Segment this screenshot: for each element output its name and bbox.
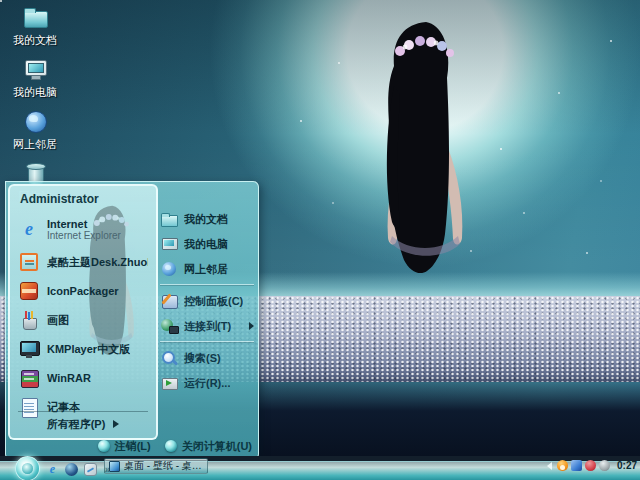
- menu-item-my-computer[interactable]: 我的电脑: [158, 231, 256, 256]
- menu-item-label: Internet: [47, 218, 87, 230]
- network-places-icon: [160, 260, 178, 278]
- menu-item-label: 控制面板(C): [184, 295, 243, 307]
- all-programs-arrow-icon: [113, 420, 119, 428]
- desktop-icon-label: 我的电脑: [13, 85, 57, 100]
- menu-item-label: IconPackager: [47, 285, 119, 297]
- sparkles: [0, 0, 2, 2]
- menu-item-label: KMPlayer中文版: [47, 343, 130, 355]
- search-icon: [160, 349, 178, 367]
- zhuoku-theme-icon: [18, 251, 40, 273]
- start-button[interactable]: [15, 456, 40, 480]
- shut-down-icon: [165, 440, 177, 452]
- menu-item-paint[interactable]: 画图: [14, 305, 152, 334]
- network-places-icon: [22, 108, 48, 134]
- log-off-button[interactable]: 注销(L): [98, 439, 151, 454]
- my-documents-icon: [160, 210, 178, 228]
- internet-explorer-launch-icon[interactable]: e: [46, 463, 59, 476]
- all-programs-button[interactable]: 所有程序(P): [18, 411, 148, 436]
- menu-item-label: 桌酷主题Desk.ZhuoKu.Com: [47, 256, 148, 268]
- desktop-icon-column: 我的文档 我的电脑 网上邻居 回收站: [4, 4, 66, 204]
- menu-item-zhuoku-theme[interactable]: 桌酷主题Desk.ZhuoKu.Com: [14, 247, 152, 276]
- start-menu: Administrator e InternetInternet Explore…: [5, 181, 259, 458]
- shut-down-label: 关闭计算机(U): [182, 439, 252, 454]
- paint-icon: [18, 309, 40, 331]
- security-tray-icon[interactable]: [585, 460, 596, 471]
- menu-item-iconpackager[interactable]: IconPackager: [14, 276, 152, 305]
- session-buttons-row: 注销(L) 关闭计算机(U): [98, 437, 252, 455]
- control-panel-icon: [160, 292, 178, 310]
- task-button-label: 桌面 - 壁纸 - 桌酷...: [124, 459, 203, 473]
- log-off-label: 注销(L): [115, 439, 151, 454]
- media-player-launch-icon[interactable]: [65, 463, 78, 476]
- menu-separator: [160, 284, 254, 285]
- menu-item-kmplayer[interactable]: KMPlayer中文版: [14, 334, 152, 363]
- input-method-tray-icon[interactable]: [599, 460, 610, 471]
- desktop-icon-network-places[interactable]: 网上邻居: [4, 108, 66, 152]
- taskbar: e » 桌面 - 壁纸 - 桌酷... 0:27: [0, 456, 640, 480]
- all-programs-label: 所有程序(P): [47, 417, 106, 432]
- desktop-icon-my-documents[interactable]: 我的文档: [4, 4, 66, 48]
- taskbar-task-button[interactable]: 桌面 - 壁纸 - 桌酷...: [104, 458, 208, 474]
- menu-item-label: 网上邻居: [184, 263, 228, 275]
- menu-item-run[interactable]: 运行(R)...: [158, 370, 256, 395]
- connect-to-icon: [160, 317, 178, 335]
- menu-item-label: 画图: [47, 314, 69, 326]
- menu-item-label: 我的文档: [184, 213, 228, 225]
- log-off-icon: [98, 440, 110, 452]
- my-computer-icon: [22, 56, 48, 82]
- menu-item-connect-to[interactable]: 连接到(T): [158, 313, 256, 338]
- user-name: Administrator: [20, 192, 99, 206]
- menu-item-internet[interactable]: e InternetInternet Explorer: [14, 212, 152, 247]
- menu-item-control-panel[interactable]: 控制面板(C): [158, 288, 256, 313]
- desktop: 我的文档 我的电脑 网上邻居 回收站 Administrator e Inter…: [0, 0, 640, 480]
- shut-down-button[interactable]: 关闭计算机(U): [165, 439, 252, 454]
- my-documents-icon: [22, 4, 48, 30]
- run-icon: [160, 374, 178, 392]
- show-desktop-launch-icon[interactable]: [84, 463, 97, 476]
- my-computer-icon: [160, 235, 178, 253]
- start-menu-right-column: 我的文档 我的电脑 网上邻居 控制面板(C) 连接到(T): [158, 206, 256, 395]
- start-menu-left-panel: Administrator e InternetInternet Explore…: [8, 184, 158, 440]
- taskbar-clock[interactable]: 0:27: [617, 460, 637, 471]
- menu-item-my-documents[interactable]: 我的文档: [158, 206, 256, 231]
- system-tray: 0:27: [547, 458, 637, 473]
- iconpackager-icon: [18, 280, 40, 302]
- menu-item-search[interactable]: 搜索(S): [158, 345, 256, 370]
- user-header: Administrator: [10, 186, 156, 210]
- menu-item-label: WinRAR: [47, 372, 91, 384]
- winrar-icon: [18, 367, 40, 389]
- network-tray-icon[interactable]: [571, 460, 582, 471]
- menu-item-label: 连接到(T): [184, 320, 231, 332]
- internet-explorer-icon: e: [18, 219, 40, 241]
- quick-launch-bar: e »: [46, 463, 112, 476]
- pinned-programs-list: e InternetInternet Explorer 桌酷主题Desk.Zhu…: [10, 210, 156, 421]
- desktop-icon-label: 我的文档: [13, 33, 57, 48]
- desktop-icon-my-computer[interactable]: 我的电脑: [4, 56, 66, 100]
- task-window-icon: [109, 461, 120, 472]
- submenu-arrow-icon: [249, 322, 254, 330]
- desktop-icon-label: 网上邻居: [13, 137, 57, 152]
- menu-item-winrar[interactable]: WinRAR: [14, 363, 152, 392]
- menu-separator: [160, 341, 254, 342]
- menu-item-label: 我的电脑: [184, 238, 228, 250]
- menu-item-network-places[interactable]: 网上邻居: [158, 256, 256, 281]
- menu-item-sublabel: Internet Explorer: [47, 230, 121, 242]
- qq-tray-icon[interactable]: [557, 460, 568, 471]
- tray-collapse-chevron-icon[interactable]: [547, 462, 552, 470]
- menu-item-label: 运行(R)...: [184, 377, 230, 389]
- kmplayer-icon: [18, 338, 40, 360]
- wallpaper-woman-figure: [348, 16, 503, 386]
- menu-item-label: 搜索(S): [184, 352, 221, 364]
